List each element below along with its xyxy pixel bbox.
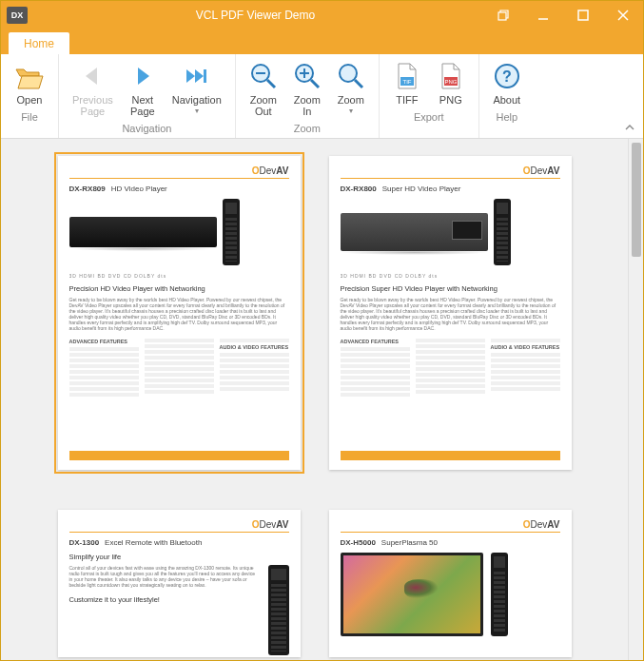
page-subtitle: Precision HD Video Player with Networkin… xyxy=(69,284,289,293)
export-png-button[interactable]: PNG PNG xyxy=(429,58,473,107)
ribbon: Open File Previous Page Next Page xyxy=(1,54,643,139)
previous-icon xyxy=(80,60,105,92)
page-footer-bar xyxy=(341,451,560,460)
ribbon-group-help: ? About Help xyxy=(479,54,535,138)
svg-point-17 xyxy=(340,65,357,82)
zoom-out-label: Zoom Out xyxy=(250,94,277,117)
svg-rect-2 xyxy=(578,10,588,20)
tv-image xyxy=(341,553,483,636)
export-tiff-button[interactable]: TIF TIFF xyxy=(385,58,429,107)
previous-page-label: Previous Page xyxy=(72,94,113,117)
group-label-navigation: Navigation xyxy=(59,121,235,138)
remote-icon xyxy=(268,565,289,655)
brand-logo: ODevAV xyxy=(523,165,560,176)
svg-rect-9 xyxy=(204,69,206,83)
group-label-export: Export xyxy=(380,109,478,126)
pdf-thumbnail-viewer[interactable]: ODevAV DX-RX809HD Video Player 3D HDMI B… xyxy=(1,139,628,660)
model-code: DX-RX809 xyxy=(69,185,106,193)
restore-down-icon[interactable] xyxy=(483,1,523,29)
model-name: HD Video Player xyxy=(111,185,167,193)
brand-logo: ODevAV xyxy=(252,165,289,176)
collapse-ribbon-button[interactable] xyxy=(622,121,637,134)
maximize-icon[interactable] xyxy=(563,1,603,29)
about-button[interactable]: ? About xyxy=(485,58,529,107)
chevron-down-icon: ▾ xyxy=(195,107,199,115)
svg-line-11 xyxy=(267,80,275,87)
scrollbar-thumb[interactable] xyxy=(632,143,641,257)
product-image xyxy=(341,199,560,265)
model-name: Excel Remote with Bluetooth xyxy=(105,538,202,547)
feature-columns: ADVANCED FEATURES AUDIO & VIDEO FEATURES xyxy=(69,339,289,399)
pdf-page-thumbnail[interactable]: ODevAV DX-RX809HD Video Player 3D HDMI B… xyxy=(58,156,301,470)
page-subtitle-2: Customize it to your lifestyle! xyxy=(69,595,259,604)
next-icon xyxy=(130,60,155,92)
window-title: VCL PDF Viewer Demo xyxy=(28,9,483,22)
svg-marker-7 xyxy=(186,69,195,83)
chevron-down-icon: ▾ xyxy=(349,107,353,115)
svg-marker-6 xyxy=(138,68,149,85)
zoom-label: Zoom xyxy=(338,94,364,106)
page-subtitle: Simplify your life xyxy=(69,553,289,561)
pdf-page-thumbnail[interactable]: ODevAV DX-1300Excel Remote with Bluetoot… xyxy=(58,510,301,657)
window-controls xyxy=(483,1,643,29)
app-window: DX VCL PDF Viewer Demo Home xyxy=(0,0,644,661)
tiff-file-icon: TIF xyxy=(395,60,420,92)
previous-page-button[interactable]: Previous Page xyxy=(65,58,121,119)
ribbon-tabbar: Home xyxy=(1,29,643,54)
zoom-out-button[interactable]: Zoom Out xyxy=(242,58,285,119)
svg-text:TIF: TIF xyxy=(402,79,411,85)
ribbon-group-export: TIF TIFF PNG PNG Export xyxy=(380,54,479,138)
zoom-in-button[interactable]: Zoom In xyxy=(285,58,329,119)
png-file-icon: PNG xyxy=(439,60,463,92)
remote-icon xyxy=(223,199,240,265)
navigation-fastforward-icon xyxy=(183,60,211,92)
tiff-label: TIFF xyxy=(396,94,418,106)
spec-icons-row: 3D HDMI BD DVD CD DOLBY dts xyxy=(69,273,289,279)
navigation-dropdown-button[interactable]: Navigation ▾ xyxy=(165,58,229,119)
spec-icons-row: 3D HDMI BD DVD CD DOLBY dts xyxy=(341,273,560,279)
zoom-in-icon xyxy=(293,60,322,92)
folder-open-icon xyxy=(14,60,45,92)
tab-home[interactable]: Home xyxy=(9,32,69,54)
ribbon-group-file: Open File xyxy=(1,54,59,138)
zoom-in-label: Zoom In xyxy=(294,94,321,117)
page-footer-bar xyxy=(69,451,289,460)
group-label-help: Help xyxy=(479,109,535,126)
close-icon[interactable] xyxy=(603,1,643,29)
zoom-dropdown-button[interactable]: Zoom ▾ xyxy=(329,58,373,119)
titlebar: DX VCL PDF Viewer Demo xyxy=(1,1,643,29)
svg-rect-0 xyxy=(498,12,506,20)
model-code: DX-1300 xyxy=(69,538,100,547)
zoom-out-icon xyxy=(249,60,278,92)
remote-icon xyxy=(491,553,508,636)
body-text: Get ready to be blown away by the worlds… xyxy=(69,297,289,331)
brand-logo: ODevAV xyxy=(523,519,560,530)
page-subtitle: Precision Super HD Video Player with Net… xyxy=(341,284,560,293)
model-code: DX-RX800 xyxy=(341,185,377,193)
help-icon: ? xyxy=(493,60,521,92)
svg-line-14 xyxy=(311,80,319,87)
vertical-scrollbar[interactable] xyxy=(628,139,643,660)
model-name: Super HD Video Player xyxy=(382,185,461,193)
svg-marker-5 xyxy=(86,68,97,85)
ribbon-group-zoom: Zoom Out Zoom In Zoom ▾ Zoom xyxy=(236,54,380,138)
model-code: DX-H5000 xyxy=(341,538,376,547)
body-text: Get ready to be blown away by the worlds… xyxy=(341,297,560,331)
viewer-area: ODevAV DX-RX809HD Video Player 3D HDMI B… xyxy=(1,139,643,660)
minimize-icon[interactable] xyxy=(523,1,563,29)
next-page-label: Next Page xyxy=(130,94,155,117)
open-button[interactable]: Open xyxy=(7,58,52,107)
pdf-page-thumbnail[interactable]: ODevAV DX-H5000SuperPlasma 50 xyxy=(329,510,572,657)
svg-marker-8 xyxy=(195,69,204,83)
svg-text:PNG: PNG xyxy=(444,79,457,85)
model-name: SuperPlasma 50 xyxy=(381,538,438,547)
navigation-label: Navigation xyxy=(172,94,222,106)
group-label-zoom: Zoom xyxy=(236,121,379,138)
next-page-button[interactable]: Next Page xyxy=(121,58,165,119)
png-label: PNG xyxy=(439,94,462,106)
pdf-page-thumbnail[interactable]: ODevAV DX-RX800Super HD Video Player 3D … xyxy=(329,156,572,470)
app-badge: DX xyxy=(7,7,28,24)
group-label-file: File xyxy=(1,109,58,126)
body-text: Control all of your devices fast with ea… xyxy=(69,565,259,588)
product-image xyxy=(69,199,289,265)
